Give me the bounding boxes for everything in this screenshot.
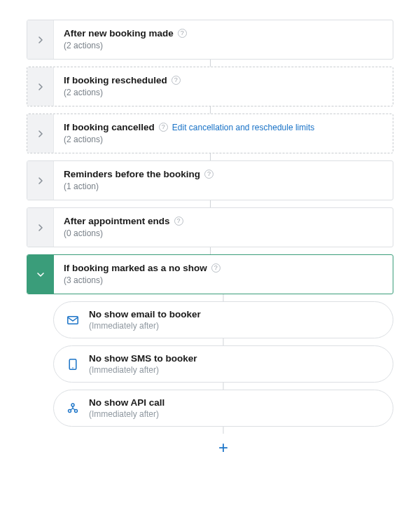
- section-subtitle: (0 actions): [64, 228, 383, 238]
- section-rescheduled[interactable]: If booking rescheduled ? (2 actions): [27, 67, 393, 107]
- section-new-booking[interactable]: After new booking made ? (2 actions): [27, 20, 393, 60]
- connector-line: [223, 427, 224, 434]
- section-body: After new booking made ? (2 actions): [54, 20, 393, 59]
- add-action-button[interactable]: +: [53, 434, 393, 458]
- section-body: If booking rescheduled ? (2 actions): [54, 67, 393, 106]
- help-icon[interactable]: ?: [174, 217, 183, 226]
- section-title: If booking marked as a no show: [64, 263, 207, 273]
- connector-line: [210, 60, 211, 67]
- section-title: If booking rescheduled: [64, 75, 167, 85]
- expand-toggle[interactable]: [27, 114, 54, 153]
- chevron-right-icon: [38, 224, 43, 231]
- section-subtitle: (1 action): [64, 181, 383, 191]
- svg-point-2: [72, 367, 74, 369]
- section-no-show[interactable]: If booking marked as a no show ? (3 acti…: [27, 254, 393, 294]
- chevron-down-icon: [37, 272, 44, 277]
- section-title: After new booking made: [64, 28, 174, 39]
- expand-toggle[interactable]: [27, 67, 54, 106]
- section-body: Reminders before the booking ? (1 action…: [54, 161, 393, 200]
- connector-line: [210, 107, 211, 114]
- section-title: If booking cancelled: [64, 122, 155, 132]
- connector-line: [223, 383, 224, 390]
- section-body: If booking cancelled ? Edit cancellation…: [54, 114, 393, 153]
- svg-rect-0: [68, 316, 78, 323]
- collapse-toggle[interactable]: [27, 255, 54, 294]
- section-subtitle: (2 actions): [64, 135, 383, 144]
- phone-icon: [66, 359, 79, 370]
- connector-line: [223, 294, 224, 301]
- help-icon[interactable]: ?: [211, 263, 220, 273]
- help-icon[interactable]: ?: [204, 170, 214, 179]
- section-subtitle: (2 actions): [64, 41, 383, 50]
- section-appointment-ends[interactable]: After appointment ends ? (0 actions): [27, 207, 393, 247]
- action-no-show-email[interactable]: No show email to booker (Immediately aft…: [53, 301, 393, 338]
- svg-point-3: [71, 404, 74, 406]
- section-title: Reminders before the booking: [64, 169, 200, 179]
- chevron-right-icon: [38, 83, 43, 90]
- section-title: After appointment ends: [64, 216, 170, 226]
- section-subtitle: (2 actions): [64, 88, 383, 97]
- workflow-sections: After new booking made ? (2 actions) If …: [27, 20, 393, 458]
- email-icon: [66, 316, 79, 324]
- chevron-right-icon: [38, 36, 43, 43]
- help-icon[interactable]: ?: [178, 29, 187, 38]
- api-icon: [66, 403, 79, 414]
- connector-line: [223, 338, 224, 345]
- section-body: After appointment ends ? (0 actions): [54, 208, 393, 247]
- section-body: If booking marked as a no show ? (3 acti…: [54, 255, 393, 294]
- action-subtitle: (Immediately after): [89, 409, 164, 419]
- connector-line: [210, 200, 211, 207]
- action-no-show-api[interactable]: No show API call (Immediately after): [53, 390, 393, 427]
- expand-toggle[interactable]: [27, 20, 54, 59]
- expand-toggle[interactable]: [27, 161, 54, 200]
- connector-line: [210, 153, 211, 160]
- edit-limits-link[interactable]: Edit cancellation and reschedule limits: [172, 123, 314, 132]
- connector-line: [210, 247, 211, 254]
- action-title: No show API call: [89, 397, 164, 408]
- action-no-show-sms[interactable]: No show SMS to booker (Immediately after…: [53, 345, 393, 383]
- section-reminders[interactable]: Reminders before the booking ? (1 action…: [27, 160, 393, 200]
- action-title: No show email to booker: [89, 309, 201, 320]
- chevron-right-icon: [38, 177, 43, 184]
- chevron-right-icon: [38, 130, 43, 137]
- action-subtitle: (Immediately after): [89, 321, 201, 331]
- action-title: No show SMS to booker: [89, 353, 197, 364]
- expand-toggle[interactable]: [27, 208, 54, 247]
- help-icon[interactable]: ?: [159, 123, 168, 132]
- section-cancelled[interactable]: If booking cancelled ? Edit cancellation…: [27, 114, 393, 153]
- help-icon[interactable]: ?: [172, 76, 181, 85]
- plus-icon: +: [218, 438, 228, 458]
- action-subtitle: (Immediately after): [89, 365, 197, 375]
- section-subtitle: (3 actions): [64, 275, 383, 285]
